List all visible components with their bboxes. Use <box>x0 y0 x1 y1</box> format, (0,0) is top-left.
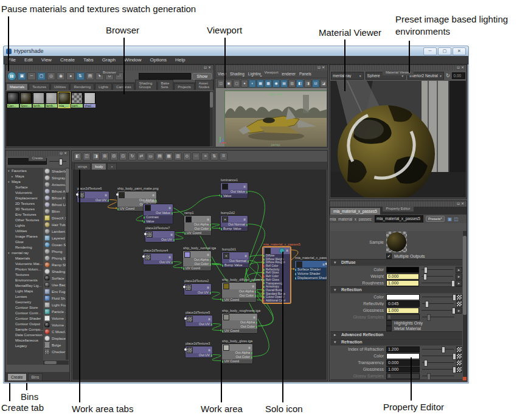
input-port-uv-coord[interactable]: UV Coord <box>184 231 211 235</box>
input-port-bump-value[interactable]: Bump Value <box>222 263 249 267</box>
graph-clear-icon[interactable]: ⊡ <box>119 153 127 160</box>
map-connection-icon[interactable] <box>456 301 462 307</box>
window-titlebar[interactable]: Hypershade ─ ▢ ✕ <box>4 46 468 56</box>
tree-item-textures[interactable]: Textures <box>8 272 43 278</box>
material-swatch[interactable]: Spec... <box>20 92 32 108</box>
create-node-light-fog[interactable]: Light Fog <box>43 301 66 308</box>
create-node-bifrost-f-[interactable]: Bifrost F... <box>43 195 66 201</box>
output-port-out-value[interactable]: Out Value <box>144 211 173 215</box>
create-list-hscrollbar[interactable] <box>43 360 69 365</box>
browser-tab-utilities[interactable]: Utilities <box>50 83 69 90</box>
output-port-out-value[interactable]: Out Value <box>221 190 248 194</box>
graph-add-selected-icon[interactable]: ⊞ <box>101 153 109 160</box>
tree-item-contour-shader[interactable]: Contour Shader <box>8 316 43 322</box>
tree-item-env-textures[interactable]: Env Textures <box>8 212 43 218</box>
connection-arrow-icon[interactable]: ▸ <box>456 280 462 286</box>
tree-item-image-planes[interactable]: Image Planes <box>8 234 43 239</box>
slider-handle[interactable] <box>424 267 428 274</box>
section-header-diffuse[interactable]: ▾Diffuse <box>330 259 462 266</box>
value-field[interactable]: 8 <box>386 373 420 379</box>
value-field[interactable]: 1.000 <box>386 367 420 373</box>
value-field[interactable]: 1.200 <box>386 346 420 353</box>
node-menu-icon[interactable]: ≣ <box>207 218 210 221</box>
tree-item-utilities[interactable]: Utilities <box>8 229 43 234</box>
create-node-anisotro-[interactable]: Anisotro... <box>43 181 66 188</box>
tree-item-contour-output[interactable]: Contour Output <box>8 322 43 327</box>
create-node-phong[interactable]: Phong <box>43 248 66 255</box>
material-swatch[interactable]: shad... <box>84 92 95 108</box>
light-icon[interactable]: ▣ <box>225 80 232 88</box>
node-menu-icon[interactable]: ≣ <box>208 348 211 352</box>
film-gate-icon[interactable]: ▩ <box>265 80 272 88</box>
map-connection-icon[interactable] <box>456 360 462 366</box>
create-node-lambert[interactable]: Lambert <box>43 228 66 235</box>
value-field[interactable]: 1.000 <box>386 308 419 314</box>
material-swatch[interactable]: lamb... <box>46 92 57 108</box>
wire-p2d2-to-diff[interactable] <box>210 292 221 300</box>
tree-item-other-textures[interactable]: Other Textures <box>8 218 43 223</box>
slider-handle[interactable] <box>442 346 445 353</box>
menu-view[interactable]: View <box>37 57 56 63</box>
section-header-advanced-refraction[interactable]: ▸Advanced Refraction <box>330 379 462 380</box>
input-port-bump-value[interactable]: Bump Value <box>221 227 248 231</box>
create-node-directx-1-[interactable]: DirectX 1... <box>43 215 66 221</box>
attribute-slider[interactable] <box>422 346 454 352</box>
create-node-shaderfx-[interactable]: Shaderfx... <box>43 168 66 174</box>
close-button[interactable]: ✕ <box>453 47 466 55</box>
scroll-more-indicator[interactable] <box>463 377 467 380</box>
tree-item-geometry[interactable]: Geometry <box>8 300 43 305</box>
node-header[interactable]: ≣ <box>186 315 212 322</box>
value-field[interactable]: 1.000 <box>386 280 419 286</box>
highlights-only-checkbox[interactable] <box>386 320 392 326</box>
graph-remove-selected-icon[interactable]: ⊟ <box>110 153 118 160</box>
map-connection-icon[interactable] <box>456 353 462 359</box>
viewport-menu-renderer[interactable]: Renderer <box>279 71 296 77</box>
node-place2dTexture5[interactable]: place2dTexture5≣Out UV <box>185 315 213 327</box>
attribute-slider[interactable] <box>422 294 454 300</box>
node-place2dTexture3[interactable]: place2dTexture3≣Out UV <box>185 346 213 358</box>
browser-scrollbar[interactable] <box>210 91 213 146</box>
viewport-menu-panels[interactable]: Panels <box>299 71 311 77</box>
node-place2dTexture4[interactable]: place2dTexture4≣Out UV <box>143 253 173 265</box>
create-node-hair-tub-[interactable]: Hair Tub... <box>43 221 66 228</box>
menu-edit[interactable]: Edit <box>20 57 37 63</box>
slider-handle[interactable] <box>452 308 456 314</box>
create-node-bulge[interactable]: Bulge <box>43 342 66 348</box>
create-node-surface-[interactable]: Surface ... <box>43 275 66 281</box>
node-header[interactable]: ≣ <box>117 191 156 198</box>
input-port-uv-coord[interactable]: UV Coord <box>222 359 252 363</box>
create-panel-tab-bins[interactable]: Bins <box>28 373 43 380</box>
create-node-volume-[interactable]: Volume ... <box>43 315 66 322</box>
node-header[interactable]: ≣ <box>222 283 256 289</box>
safe-action-icon[interactable]: ▥ <box>288 80 296 88</box>
connection-arrow-icon[interactable]: ▸ <box>456 267 462 273</box>
node-menu-icon[interactable]: ≣ <box>207 253 210 256</box>
field-chart-icon[interactable]: ▤ <box>280 80 288 88</box>
node-menu-icon[interactable]: ≣ <box>245 254 248 258</box>
slider-handle[interactable] <box>423 274 427 280</box>
panel-close-icon[interactable]: ✕ <box>461 66 465 69</box>
frame-all-icon[interactable]: ∷ <box>192 153 200 160</box>
display-simple-icon[interactable]: ▭ <box>147 153 154 160</box>
slider-handle[interactable] <box>424 360 428 367</box>
panel-float-icon[interactable]: ⊡ <box>60 151 64 155</box>
browser-tab-textures[interactable]: Textures <box>29 83 50 90</box>
create-node-c-muscl-[interactable]: C Muscl... <box>43 328 66 335</box>
node-mia_material_x_passes5SG[interactable]: mia_material_x_passes5SG≣Surface ShaderV… <box>294 260 327 281</box>
browser-tab-materials[interactable]: Materials <box>6 83 28 90</box>
safe-title-icon[interactable]: ◧ <box>296 80 304 88</box>
connection-arrow-icon[interactable]: ▸ <box>456 308 462 314</box>
tear-off-copy-icon[interactable]: ◫ <box>454 216 459 222</box>
node-place2dTexture7[interactable]: place2dTexture7≣Out UV <box>145 230 175 243</box>
panel-float-icon[interactable]: ⊡ <box>204 66 208 69</box>
connection-arrow-icon[interactable]: ▸ <box>456 274 462 280</box>
display-custom-icon[interactable]: ▥ <box>174 153 182 160</box>
node-bump2d2[interactable]: bump2d2×≣Out NormalBump Value <box>220 215 248 232</box>
attribute-slider[interactable] <box>422 274 453 279</box>
material-swatch[interactable]: mia_... <box>58 92 70 108</box>
output-port-out-normal[interactable]: Out Normal <box>221 222 248 227</box>
attribute-slider[interactable] <box>422 280 453 286</box>
output-port-out-uv[interactable]: Out UV <box>77 198 109 202</box>
node-header[interactable]: ×≣ <box>221 216 248 222</box>
node-menu-icon[interactable]: ≣ <box>253 315 256 319</box>
